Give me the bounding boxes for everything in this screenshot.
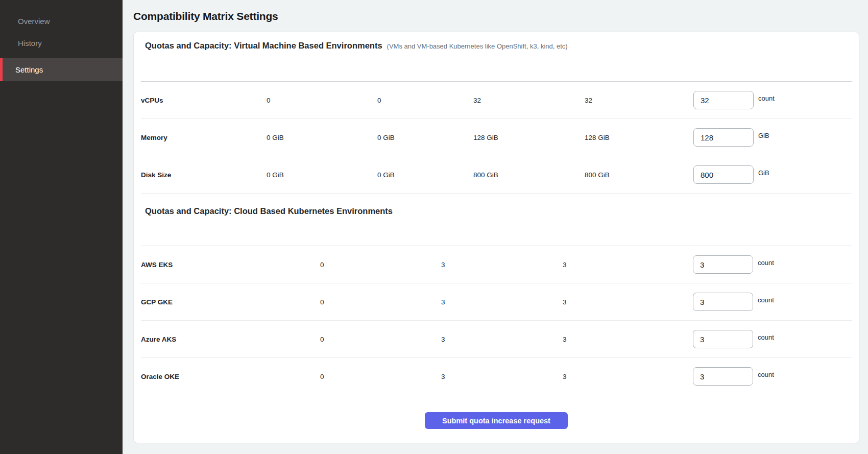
unit-label: count (758, 296, 774, 304)
quota-value: 800 GiB (473, 171, 585, 179)
resource-label: Disk Size (141, 171, 267, 179)
cloud-table-header (141, 223, 852, 246)
settings-card: Quotas and Capacity: Virtual Machine Bas… (133, 32, 859, 443)
sidebar-item-label: History (18, 39, 42, 47)
table-row: GCP GKE 0 3 3 count (141, 283, 852, 321)
submit-quota-increase-button[interactable]: Submit quota increase request (425, 412, 568, 429)
table-row: Memory 0 GiB 0 GiB 128 GiB 128 GiB GiB (141, 119, 852, 156)
request-increase-cell: count (693, 91, 852, 109)
vm-section-heading-row: Quotas and Capacity: Virtual Machine Bas… (141, 39, 852, 53)
request-increase-input[interactable] (693, 293, 753, 311)
table-row: Azure AKS 0 3 3 count (141, 321, 852, 358)
in-use-value: 0 GiB (377, 171, 473, 179)
request-increase-input[interactable] (693, 128, 754, 147)
queued-value: 0 GiB (267, 171, 377, 179)
submit-row: Submit quota increase request (141, 412, 852, 429)
resource-label: Azure AKS (141, 336, 320, 343)
quota-value: 3 (441, 373, 563, 380)
queued-value: 0 (267, 97, 377, 104)
in-use-value: 0 (320, 298, 441, 306)
request-increase-input[interactable] (693, 165, 754, 184)
quota-value: 3 (441, 261, 563, 269)
resource-label: Oracle OKE (141, 373, 320, 380)
cloud-section-heading: Quotas and Capacity: Cloud Based Kuberne… (145, 205, 393, 217)
table-row: Oracle OKE 0 3 3 count (141, 358, 852, 395)
default-value: 3 (563, 298, 693, 306)
in-use-value: 0 (320, 261, 441, 269)
in-use-value: 0 (320, 336, 441, 343)
unit-label: count (758, 94, 775, 102)
request-increase-cell: count (693, 367, 852, 386)
request-increase-cell: GiB (693, 128, 852, 147)
in-use-value: 0 GiB (377, 134, 473, 141)
default-value: 3 (563, 261, 693, 269)
page-title: Compatibility Matrix Settings (133, 10, 859, 23)
quota-value: 3 (441, 336, 563, 343)
table-row: vCPUs 0 0 32 32 count (141, 82, 852, 119)
default-value: 3 (563, 373, 693, 380)
sidebar: Overview History Settings (0, 0, 123, 454)
sidebar-item-overview[interactable]: Overview (0, 10, 123, 32)
unit-label: count (758, 333, 774, 341)
resource-label: vCPUs (141, 97, 267, 104)
unit-label: GiB (758, 132, 769, 139)
main-content: Compatibility Matrix Settings Quotas and… (123, 0, 868, 454)
table-row: Disk Size 0 GiB 0 GiB 800 GiB 800 GiB Gi… (141, 156, 852, 194)
resource-label: GCP GKE (141, 298, 320, 306)
cloud-table-body: AWS EKS 0 3 3 count GCP GKE 0 3 3 count … (141, 246, 852, 395)
cloud-section-heading-row: Quotas and Capacity: Cloud Based Kuberne… (141, 205, 852, 217)
request-increase-input[interactable] (693, 330, 753, 348)
resource-label: Memory (141, 134, 267, 141)
unit-label: count (758, 259, 774, 267)
request-increase-cell: count (693, 255, 852, 274)
resource-label: AWS EKS (141, 261, 320, 269)
default-value: 32 (585, 97, 693, 104)
quota-value: 3 (441, 298, 563, 306)
quota-value: 128 GiB (473, 134, 585, 141)
request-increase-cell: GiB (693, 165, 852, 184)
vm-table-header (141, 59, 852, 82)
in-use-value: 0 (320, 373, 441, 380)
request-increase-cell: count (693, 293, 852, 311)
request-increase-input[interactable] (693, 255, 753, 274)
queued-value: 0 GiB (267, 134, 377, 141)
request-increase-cell: count (693, 330, 852, 348)
default-value: 128 GiB (585, 134, 693, 141)
default-value: 3 (563, 336, 693, 343)
vm-table-body: vCPUs 0 0 32 32 count Memory 0 GiB 0 GiB… (141, 82, 852, 194)
request-increase-input[interactable] (693, 91, 754, 109)
sidebar-item-label: Overview (18, 17, 50, 26)
vm-section-heading: Quotas and Capacity: Virtual Machine Bas… (145, 39, 382, 52)
vm-section-subheading: (VMs and VM-based Kubernetes like OpenSh… (387, 40, 568, 53)
quota-value: 32 (473, 97, 585, 104)
table-row: AWS EKS 0 3 3 count (141, 246, 852, 283)
request-increase-input[interactable] (693, 367, 753, 386)
sidebar-item-settings[interactable]: Settings (0, 58, 123, 81)
sidebar-item-label: Settings (15, 65, 43, 74)
unit-label: count (758, 371, 774, 378)
unit-label: GiB (758, 169, 769, 177)
sidebar-item-history[interactable]: History (0, 32, 123, 54)
in-use-value: 0 (377, 97, 473, 104)
default-value: 800 GiB (585, 171, 693, 179)
